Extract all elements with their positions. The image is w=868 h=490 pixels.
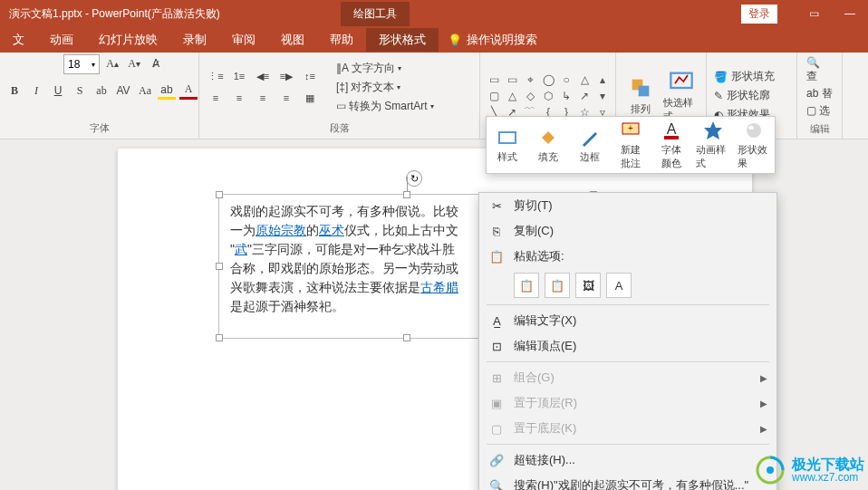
ctx-cut[interactable]: ✂剪切(T) (479, 193, 776, 218)
link-greece[interactable]: 古希腊 (420, 280, 458, 294)
mini-style-button[interactable]: 样式 (490, 127, 524, 164)
mini-fill-button[interactable]: 填充 (531, 127, 564, 164)
outline-icon: ✎ (714, 90, 723, 102)
pen-icon (579, 127, 601, 149)
tell-me-search[interactable]: 💡 操作说明搜索 (448, 32, 537, 48)
mini-new-comment-button[interactable]: +新建 批注 (613, 120, 647, 170)
tab-review[interactable]: 审阅 (219, 28, 268, 52)
link-religion[interactable]: 原始宗教 (256, 223, 306, 237)
bold-icon[interactable]: B (5, 82, 24, 100)
effects-sphere-icon (743, 120, 765, 141)
align-text-button[interactable]: [‡]对齐文本▾ (333, 79, 437, 96)
align-left-icon[interactable]: ≡ (205, 88, 227, 108)
resize-handle[interactable] (216, 334, 223, 341)
paste-option-4[interactable]: A (606, 273, 632, 298)
ctx-search[interactable]: 🔍搜索(H)"戏剧的起源实不可考，有多种假说..." (479, 473, 776, 490)
watermark-logo-icon (754, 454, 786, 486)
resize-handle[interactable] (216, 263, 223, 270)
tab-shape-format[interactable]: 形状格式 (366, 28, 439, 52)
grow-font-icon[interactable]: A▴ (103, 54, 121, 72)
highlight-icon[interactable]: ab (158, 82, 176, 100)
underline-icon[interactable]: U (49, 82, 67, 100)
bullets-icon[interactable]: ⋮≡ (205, 66, 227, 86)
svg-rect-7 (664, 136, 679, 139)
text-direction-button[interactable]: ‖A文字方向▾ (333, 60, 437, 77)
justify-icon[interactable]: ≡ (275, 88, 297, 108)
rotation-handle-icon[interactable]: ↻ (406, 170, 422, 187)
ctx-hyperlink[interactable]: 🔗超链接(H)... (479, 447, 776, 473)
font-size-input[interactable]: 18▾ (63, 54, 100, 74)
ctx-group: ⊞组合(G)▶ (479, 365, 776, 390)
indent-left-icon[interactable]: ◀≡ (252, 66, 274, 86)
font-color-a-icon: A (661, 120, 682, 141)
svg-point-8 (747, 123, 761, 138)
quick-style-button[interactable]: 快选样式 (663, 69, 701, 123)
font-color-icon[interactable]: A (179, 82, 198, 100)
ctx-copy[interactable]: ⎘复制(C) (479, 218, 776, 244)
ctx-edit-text[interactable]: A̲编辑文字(X) (479, 308, 776, 333)
tab-record[interactable]: 录制 (170, 28, 219, 52)
shadow-icon[interactable]: ab (92, 82, 111, 100)
font-group-label: 字体 (5, 120, 193, 137)
link-sorcery[interactable]: 巫术 (319, 223, 344, 237)
resize-handle[interactable] (403, 334, 410, 341)
columns-icon[interactable]: ▦ (299, 88, 321, 108)
case-icon[interactable]: Aa (136, 82, 154, 100)
ctx-bring-front: ▣置于顶层(R)▶ (479, 390, 776, 416)
mini-shape-effects-button[interactable]: 形状效果 (738, 120, 771, 170)
minimize-icon[interactable]: — (832, 0, 868, 27)
login-button[interactable]: 登录 (741, 5, 777, 24)
shapes-gallery[interactable]: ▭▭⌖◯○△▴ ▢△◇⬡↳↗▾ ╲↗﹋{}☆▿ (486, 72, 611, 120)
paste-option-1[interactable]: 📋 (514, 273, 539, 298)
context-tab-label[interactable]: 绘图工具 (341, 2, 410, 26)
tab-view[interactable]: 视图 (268, 28, 317, 52)
edit-group-label: 编辑 (803, 120, 836, 138)
shape-fill-button[interactable]: 🪣形状填充 (712, 68, 776, 85)
shape-outline-button[interactable]: ✎形状轮廓 (712, 87, 776, 104)
numbering-icon[interactable]: 1≡ (228, 66, 250, 86)
tab-animation[interactable]: 动画 (37, 28, 86, 52)
comment-icon: + (620, 120, 641, 141)
ribbon-display-icon[interactable]: ▭ (796, 0, 832, 27)
convert-smartart-button[interactable]: ▭转换为 SmartArt▾ (333, 98, 437, 115)
spacing-icon[interactable]: AV (114, 82, 132, 100)
resize-handle[interactable] (216, 191, 223, 198)
find-button[interactable]: 🔍 查 (806, 56, 833, 84)
link-icon: 🔗 (488, 454, 505, 467)
clipboard-icon: 📋 (488, 250, 505, 264)
tab-slideshow[interactable]: 幻灯片放映 (86, 28, 170, 52)
replace-button[interactable]: ab 替 (806, 86, 833, 101)
align-right-icon[interactable]: ≡ (252, 88, 274, 108)
resize-handle[interactable] (403, 191, 410, 198)
tab-help[interactable]: 帮助 (317, 28, 366, 52)
group-icon: ⊞ (488, 371, 505, 385)
edit-points-icon: ⊡ (488, 340, 505, 353)
ctx-edit-points[interactable]: ⊡编辑顶点(E) (479, 333, 776, 359)
paste-option-2[interactable]: 📋 (545, 273, 570, 298)
strike-icon[interactable]: S (71, 82, 89, 100)
mini-border-button[interactable]: 边框 (573, 127, 606, 164)
paste-options: 📋 📋 🖼 A (479, 269, 776, 302)
svg-point-9 (748, 126, 754, 130)
style-icon (497, 127, 518, 149)
mini-toolbar: 样式 填充 边框 +新建 批注 A字体 颜色 动画样式 形状效果 (486, 116, 776, 174)
title-bar: 演示文稿1.pptx - PowerPoint(产品激活失败) 绘图工具 登录 … (0, 0, 868, 27)
search-icon: 🔍 (488, 479, 505, 491)
paste-option-3[interactable]: 🖼 (575, 273, 601, 298)
mini-anim-style-button[interactable]: 动画样式 (696, 120, 729, 170)
tab-partial[interactable]: 文 (0, 28, 37, 52)
send-back-icon: ▢ (488, 422, 505, 436)
indent-right-icon[interactable]: ≡▶ (275, 66, 297, 86)
line-spacing-icon[interactable]: ↕≡ (299, 66, 321, 86)
align-center-icon[interactable]: ≡ (228, 88, 250, 108)
context-menu: ✂剪切(T) ⎘复制(C) 📋粘贴选项: 📋 📋 🖼 A A̲编辑文字(X) ⊡… (478, 192, 777, 490)
mini-font-color-button[interactable]: A字体 颜色 (655, 120, 689, 170)
italic-icon[interactable]: I (27, 82, 45, 100)
select-button[interactable]: ▢ 选 (806, 103, 833, 119)
clear-format-icon[interactable]: A̷ (147, 54, 165, 72)
link-wu[interactable]: 武 (235, 242, 247, 256)
shrink-font-icon[interactable]: A▾ (125, 54, 143, 72)
svg-rect-3 (499, 132, 516, 143)
window-title: 演示文稿1.pptx - PowerPoint(产品激活失败) (0, 6, 341, 22)
arrange-button[interactable]: 排列 (622, 75, 660, 116)
